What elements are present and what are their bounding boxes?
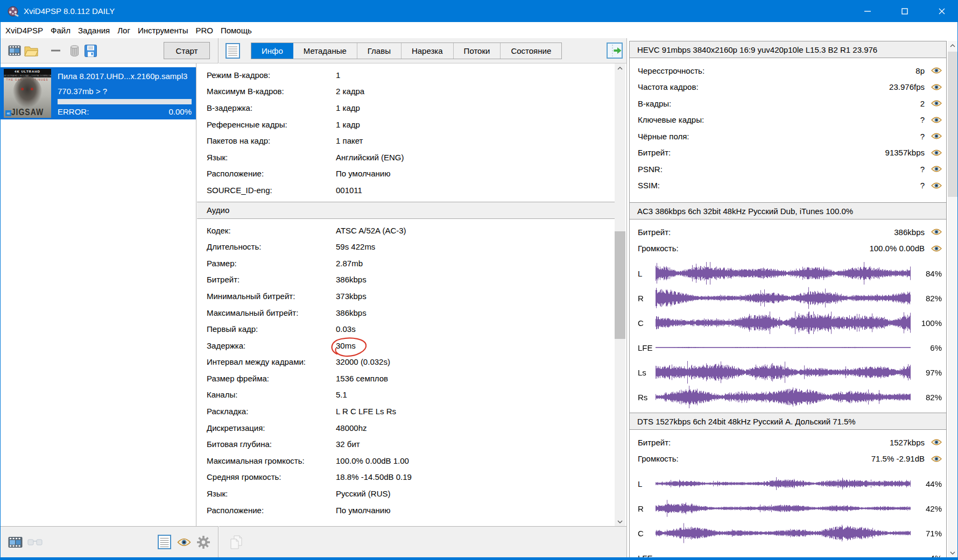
channel-percent: 44%	[926, 479, 942, 488]
open-folder-button[interactable]	[24, 45, 38, 56]
stream-section: HEVC 91mbps 3840x2160p 16:9 yuv420p10le …	[630, 41, 946, 202]
eye-icon[interactable]	[930, 438, 943, 446]
info-value: 59s 422ms	[336, 242, 375, 251]
middle-scrollbar[interactable]	[615, 63, 625, 526]
add-video-button[interactable]	[8, 45, 21, 56]
eye-icon[interactable]	[930, 83, 943, 91]
eye-icon[interactable]	[930, 165, 943, 173]
info-row: Расположение:По умолчанию	[197, 166, 615, 182]
stream-section-header[interactable]: DTS 1527kbps 6ch 24bit 48kHz Русский А. …	[630, 413, 946, 430]
stream-property-row: Частота кадров:23.976fps	[630, 79, 946, 96]
info-label: Максимальный битрейт:	[207, 308, 336, 317]
eye-icon[interactable]	[930, 149, 943, 157]
menu-item-Инструменты[interactable]: Инструменты	[134, 22, 192, 38]
info-section-label: Аудио	[207, 205, 229, 215]
channel-name: C	[638, 318, 656, 328]
audio-channel-row: L84%	[630, 261, 946, 286]
tab-Инфо[interactable]: Инфо	[251, 43, 293, 59]
info-value: 001011	[336, 186, 362, 195]
audio-channel-row: Rs82%	[630, 385, 946, 409]
toolbar-middle: ИнфоМетаданыеГлавыНарезкаПотокиСостояние	[219, 38, 626, 63]
middle-scrollbar-thumb[interactable]	[615, 231, 625, 339]
report-icon[interactable]	[226, 43, 240, 59]
info-row: Размер:2.87mb	[197, 255, 615, 272]
start-button[interactable]: Старт	[164, 42, 210, 59]
stream-property-label: PSNR:	[638, 165, 920, 174]
info-label: Пакетов на кадр:	[207, 136, 336, 145]
bottombar-left	[1, 526, 219, 557]
menu-item-PRO[interactable]: PRO	[192, 22, 217, 38]
scroll-down-icon[interactable]	[948, 548, 957, 557]
stream-property-row: Громкость:100.0% 0.00dB	[630, 240, 946, 257]
waveform	[656, 261, 911, 285]
delete-trash-button[interactable]	[69, 45, 80, 57]
audio-channel-row: LFE6%	[630, 335, 946, 360]
tab-Главы[interactable]: Главы	[357, 43, 401, 59]
eye-icon[interactable]	[930, 228, 943, 236]
eye-icon[interactable]	[930, 100, 943, 107]
tab-Состояние[interactable]: Состояние	[501, 43, 561, 59]
stream-property-label: В-кадры:	[638, 99, 920, 108]
scroll-down-icon[interactable]	[615, 517, 625, 526]
channel-percent: 100%	[921, 318, 942, 328]
info-label: Первый кадр:	[207, 324, 336, 334]
maximize-button[interactable]	[892, 0, 917, 22]
save-button[interactable]	[84, 45, 97, 57]
info-row: Средняя громкость:18.8% -14.50dB 0.19	[197, 469, 615, 486]
eye-icon[interactable]	[930, 132, 943, 140]
info-label: Язык:	[207, 153, 336, 162]
channel-name: L	[638, 269, 656, 278]
info-value: 0.03s	[336, 324, 356, 334]
stream-property-value: ?	[920, 115, 925, 124]
stream-property-row: Битрейт:91357kbps	[630, 145, 946, 161]
info-label: Референсные кадры:	[207, 120, 336, 129]
stream-property-value: ?	[920, 165, 925, 174]
info-label: Дискретизация:	[207, 423, 336, 433]
menu-item-Лог[interactable]: Лог	[114, 22, 134, 38]
info-value: 1 пакет	[336, 136, 363, 145]
info-label: В-задержка:	[207, 103, 336, 112]
menu-item-Помощь[interactable]: Помощь	[217, 22, 256, 38]
stream-section-header[interactable]: AC3 386kbps 6ch 32bit 48kHz Русский Dub,…	[630, 202, 946, 219]
close-button[interactable]	[929, 0, 954, 22]
settings-gear-icon[interactable]	[197, 536, 210, 549]
script-icon[interactable]	[158, 535, 171, 549]
filmstrip-icon[interactable]	[8, 536, 23, 549]
tab-Метаданые[interactable]: Метаданые	[293, 43, 357, 59]
expand-panel-icon[interactable]	[607, 42, 623, 59]
info-value: 30ms	[336, 341, 356, 350]
info-row: Максимум В-кадров:2 кадра	[197, 83, 615, 100]
eye-icon[interactable]	[930, 245, 943, 252]
eye-icon[interactable]	[930, 455, 943, 463]
eye-icon[interactable]	[930, 116, 943, 124]
info-row: Референсные кадры:1 кадр	[197, 116, 615, 133]
menu-bar: XviD4PSPФайлЗаданияЛогИнструментыPROПомо…	[1, 22, 957, 38]
info-value: ATSC A/52A (AC-3)	[336, 226, 406, 235]
right-scrollbar-thumb[interactable]	[948, 52, 957, 197]
scroll-up-icon[interactable]	[615, 63, 625, 73]
menu-item-XviD4PSP[interactable]: XviD4PSP	[2, 22, 47, 38]
task-item-selected[interactable]: 4K ULTRAHD 4K ULTRA HD + BLU-RAY + DIGIT…	[1, 67, 196, 119]
waveform	[656, 286, 911, 310]
waveform	[656, 311, 911, 335]
menu-item-Файл[interactable]: Файл	[47, 22, 74, 38]
task-title: Пила 8.2017.UHD...x.2160p.sampl3	[58, 72, 192, 81]
remove-item-button[interactable]	[51, 49, 61, 52]
audio-channel-row: Ls97%	[630, 360, 946, 385]
eye-icon[interactable]	[930, 67, 943, 74]
info-tab-content: Режим В-кадров:1Максимум В-кадров:2 кадр…	[197, 63, 615, 526]
channel-name: Ls	[638, 368, 656, 377]
info-value: 1 кадр	[336, 120, 360, 129]
scroll-up-icon[interactable]	[948, 41, 957, 50]
stream-section: AC3 386kbps 6ch 32bit 48kHz Русский Dub,…	[630, 202, 946, 413]
minimize-button[interactable]	[855, 0, 880, 22]
waveform	[656, 497, 911, 520]
stream-section-header[interactable]: HEVC 91mbps 3840x2160p 16:9 yuv420p10le …	[630, 41, 946, 58]
menu-item-Задания[interactable]: Задания	[74, 22, 114, 38]
stream-property-value: 386kbps	[894, 228, 925, 237]
eye-icon[interactable]	[930, 182, 943, 189]
tab-Потоки[interactable]: Потоки	[454, 43, 501, 59]
right-scrollbar[interactable]	[948, 41, 957, 557]
tab-Нарезка[interactable]: Нарезка	[401, 43, 454, 59]
preview-eye-icon[interactable]	[177, 537, 191, 547]
